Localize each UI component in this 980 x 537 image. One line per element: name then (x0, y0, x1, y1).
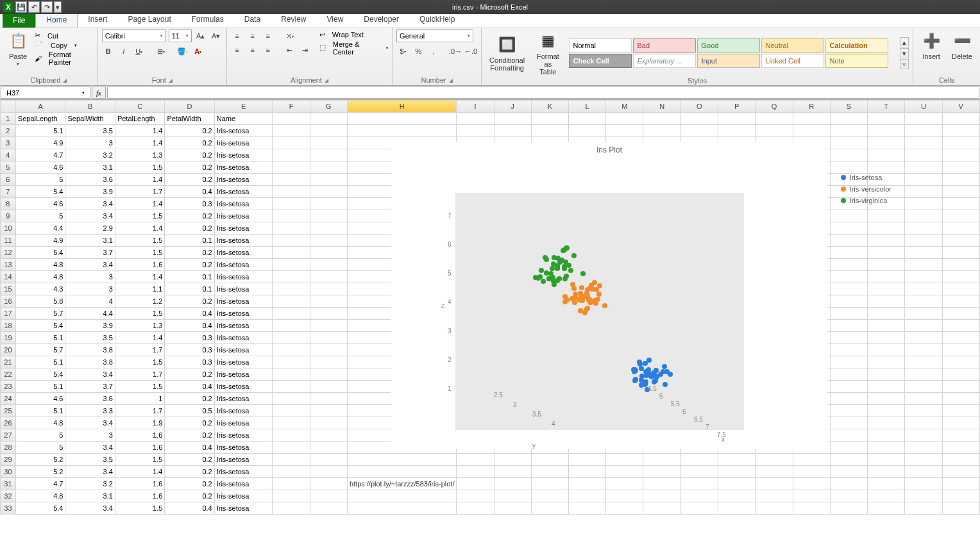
cell-S3[interactable] (830, 137, 867, 149)
cell-F31[interactable] (273, 478, 310, 490)
cell-B9[interactable]: 3.4 (65, 210, 115, 222)
cell-L31[interactable] (568, 478, 605, 490)
row-header-24[interactable]: 24 (1, 393, 16, 405)
cell-V25[interactable] (942, 405, 979, 417)
cell-N2[interactable] (643, 125, 680, 137)
cell-U21[interactable] (905, 356, 942, 368)
align-center-button[interactable]: ≡ (246, 44, 259, 56)
cell-E14[interactable]: Iris-setosa (214, 271, 273, 283)
cell-D13[interactable]: 0.2 (165, 259, 214, 271)
cell-H2[interactable] (347, 125, 457, 137)
col-header-E[interactable]: E (214, 101, 273, 113)
cell-G19[interactable] (310, 332, 347, 344)
cell-E8[interactable]: Iris-setosa (214, 198, 273, 210)
cell-V11[interactable] (942, 235, 979, 247)
cell-G26[interactable] (310, 417, 347, 429)
cell-O29[interactable] (680, 454, 718, 466)
orientation-button[interactable]: ⤭▾ (283, 29, 296, 42)
cell-C27[interactable]: 1.6 (115, 429, 165, 442)
cell-G3[interactable] (310, 137, 347, 149)
cell-Q33[interactable] (756, 502, 793, 515)
cell-V2[interactable] (942, 125, 979, 137)
style-normal[interactable]: Normal (569, 38, 632, 53)
cell-C31[interactable]: 1.6 (115, 478, 165, 490)
cell-D14[interactable]: 0.1 (165, 271, 214, 283)
cell-G10[interactable] (310, 222, 347, 235)
cell-D33[interactable]: 0.4 (165, 502, 214, 515)
cell-E11[interactable]: Iris-setosa (214, 235, 273, 247)
cell-D6[interactable]: 0.2 (165, 174, 214, 186)
cell-C32[interactable]: 1.6 (115, 490, 165, 502)
cell-V7[interactable] (942, 186, 979, 198)
cell-T23[interactable] (868, 381, 905, 393)
cell-T4[interactable] (868, 149, 905, 161)
cell-U8[interactable] (905, 198, 942, 210)
row-header-28[interactable]: 28 (1, 442, 16, 454)
col-header-J[interactable]: J (494, 101, 531, 113)
cell-G29[interactable] (310, 454, 347, 466)
row-header-23[interactable]: 23 (1, 381, 16, 393)
cell-D15[interactable]: 0.1 (165, 283, 214, 295)
cell-P1[interactable] (718, 113, 756, 125)
cell-Q1[interactable] (756, 113, 793, 125)
cell-F7[interactable] (273, 186, 310, 198)
cell-M1[interactable] (606, 113, 643, 125)
cell-B19[interactable]: 3.5 (65, 332, 115, 344)
cell-V17[interactable] (942, 308, 979, 320)
cell-D31[interactable]: 0.2 (165, 478, 214, 490)
cell-D24[interactable]: 0.2 (165, 393, 214, 405)
cell-U14[interactable] (905, 271, 942, 283)
cell-R33[interactable] (793, 502, 830, 515)
style-bad[interactable]: Bad (633, 38, 696, 53)
row-header-5[interactable]: 5 (1, 161, 16, 174)
cell-I30[interactable] (457, 466, 494, 478)
cell-U27[interactable] (905, 429, 942, 442)
cell-S9[interactable] (830, 210, 867, 222)
cell-E19[interactable]: Iris-setosa (214, 332, 273, 344)
tab-formulas[interactable]: Formulas (182, 12, 234, 28)
cell-U32[interactable] (905, 490, 942, 502)
cell-L29[interactable] (568, 454, 605, 466)
cell-F24[interactable] (273, 393, 310, 405)
cell-T22[interactable] (868, 368, 905, 381)
conditional-formatting-button[interactable]: 🔲Conditional Formatting (486, 33, 528, 73)
cell-I33[interactable] (457, 502, 494, 515)
row-header-21[interactable]: 21 (1, 356, 16, 368)
qat-more-button[interactable]: ▾ (54, 1, 62, 13)
gallery-down-button[interactable]: ▾ (900, 48, 909, 58)
cell-K2[interactable] (531, 125, 568, 137)
cell-B16[interactable]: 4 (65, 295, 115, 308)
tab-data[interactable]: Data (234, 12, 271, 28)
cell-A7[interactable]: 5.4 (15, 186, 65, 198)
cell-O31[interactable] (680, 478, 718, 490)
cell-N1[interactable] (643, 113, 680, 125)
cell-S13[interactable] (830, 259, 867, 271)
style-check-cell[interactable]: Check Cell (569, 54, 632, 68)
cell-N31[interactable] (643, 478, 680, 490)
cell-H29[interactable] (347, 454, 457, 466)
cell-S23[interactable] (830, 381, 867, 393)
cell-I31[interactable] (457, 478, 494, 490)
cell-D22[interactable]: 0.2 (165, 368, 214, 381)
cell-G2[interactable] (310, 125, 347, 137)
cell-J33[interactable] (494, 502, 531, 515)
cell-C13[interactable]: 1.6 (115, 259, 165, 271)
row-header-7[interactable]: 7 (1, 186, 16, 198)
col-header-Q[interactable]: Q (756, 101, 793, 113)
cell-A29[interactable]: 5.2 (15, 454, 65, 466)
bold-button[interactable]: B (102, 45, 115, 58)
cell-T21[interactable] (868, 356, 905, 368)
cell-G17[interactable] (310, 308, 347, 320)
cell-V26[interactable] (942, 417, 979, 429)
cell-K32[interactable] (531, 490, 568, 502)
cell-T33[interactable] (868, 502, 905, 515)
tab-view[interactable]: View (317, 12, 354, 28)
decrease-decimal-button[interactable]: ←.0 (464, 45, 477, 58)
cell-E29[interactable]: Iris-setosa (214, 454, 273, 466)
file-tab[interactable]: File (3, 13, 35, 28)
cell-A14[interactable]: 4.8 (15, 271, 65, 283)
cell-S28[interactable] (830, 442, 867, 454)
cell-A26[interactable]: 4.8 (15, 417, 65, 429)
cell-U28[interactable] (905, 442, 942, 454)
row-header-16[interactable]: 16 (1, 295, 16, 308)
